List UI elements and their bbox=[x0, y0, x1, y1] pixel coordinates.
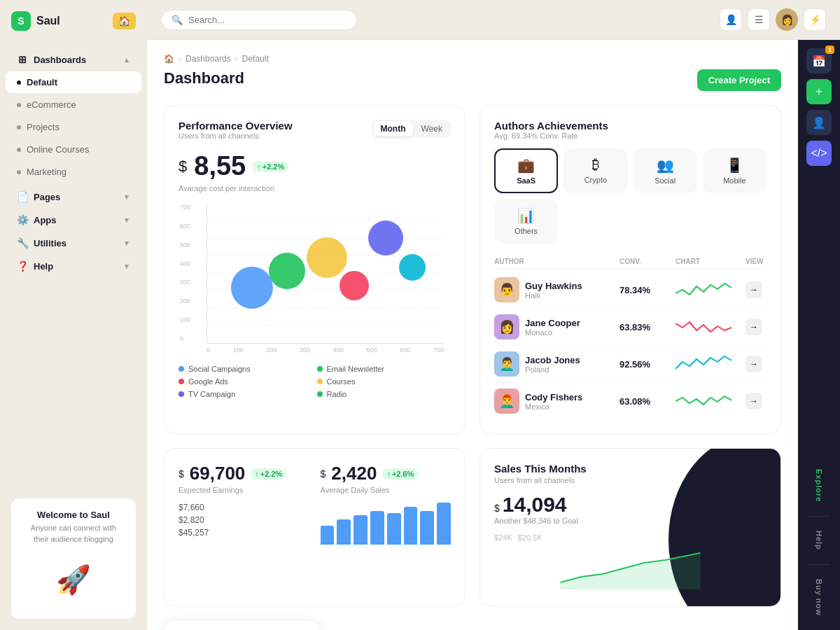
authors-header: Authors Achievements Avg. 69.34% Conv. R… bbox=[494, 120, 766, 140]
crypto-icon: ₿ bbox=[570, 157, 620, 173]
legend-dot bbox=[317, 379, 323, 384]
mini-chart-3 bbox=[676, 354, 732, 374]
sales-chart bbox=[494, 547, 766, 589]
legend-dot bbox=[178, 366, 184, 372]
astronaut-illustration: 🚀 bbox=[22, 552, 125, 608]
author-row: 👨 Guy Hawkins Haiti 78.34% → bbox=[494, 272, 766, 309]
chart-area bbox=[206, 204, 444, 344]
cat-tab-social[interactable]: 👥 Social bbox=[634, 148, 697, 193]
sidebar-item-default[interactable]: Default bbox=[6, 71, 141, 93]
category-tabs-row2: 📊 Others bbox=[494, 199, 766, 244]
saas-icon: 💼 bbox=[501, 157, 551, 174]
legend-dot bbox=[178, 391, 184, 397]
bar bbox=[337, 519, 351, 545]
sidebar-item-pages[interactable]: 📄 Pages ▼ bbox=[6, 186, 141, 208]
nav-dot bbox=[17, 103, 21, 107]
topbar-settings-button[interactable]: ⚡ bbox=[804, 8, 826, 31]
topbar-notification-button[interactable]: ☰ bbox=[748, 8, 770, 31]
currency-symbol: $ bbox=[178, 158, 187, 176]
bubble-chart: 700 600 500 400 300 200 100 0 bbox=[206, 204, 444, 356]
author-row: 👨‍🦰 Cody Fishers Mexico 63.08% → bbox=[494, 383, 766, 419]
code-panel-icon[interactable]: </> bbox=[806, 141, 832, 166]
sales-value: 14,094 bbox=[503, 493, 567, 517]
bubble-radio bbox=[399, 254, 426, 281]
view-button-1[interactable]: → bbox=[746, 281, 762, 298]
breadcrumb-home-icon: 🏠 bbox=[164, 54, 174, 64]
search-icon: 🔍 bbox=[172, 15, 183, 25]
performance-card: Performance Overview Users from all chan… bbox=[164, 105, 465, 434]
sidebar-item-utilities[interactable]: 🔧 Utilities ▼ bbox=[6, 232, 141, 254]
chart-legend: Social Campaigns Email Newsletter Google… bbox=[178, 365, 451, 398]
bar bbox=[354, 515, 368, 545]
user-panel-icon[interactable]: 👤 bbox=[806, 110, 832, 135]
nav-dot bbox=[17, 125, 21, 130]
sidebar-item-ecommerce[interactable]: eCommerce bbox=[6, 94, 141, 115]
bar bbox=[404, 507, 418, 545]
chevron-down-icon: ▼ bbox=[123, 216, 130, 224]
cat-tab-saas[interactable]: 💼 SaaS bbox=[494, 148, 558, 193]
author-row: 👩 Jane Cooper Monaco 63.83% → bbox=[494, 309, 766, 346]
topbar-calendar-button[interactable]: 👤 bbox=[720, 8, 742, 31]
right-panel: 📅 1 + 👤 </> Explore Help Buy now bbox=[798, 40, 840, 630]
performance-card-header: Performance Overview Users from all chan… bbox=[178, 120, 451, 148]
sidebar-item-apps[interactable]: ⚙️ Apps ▼ bbox=[6, 209, 141, 231]
explore-section[interactable]: Explore bbox=[812, 463, 826, 507]
tab-month[interactable]: Month bbox=[374, 121, 413, 136]
search-input[interactable] bbox=[188, 15, 346, 25]
legend-email: Email Newsletter bbox=[317, 365, 451, 373]
cat-tab-mobile[interactable]: 📱 Mobile bbox=[703, 148, 766, 193]
bubble-email bbox=[269, 253, 305, 289]
sidebar-footer: Welcome to Saul Anyone can connect with … bbox=[0, 487, 147, 630]
view-button-3[interactable]: → bbox=[746, 356, 762, 372]
sidebar-header: S Saul 🏠 bbox=[0, 0, 147, 42]
sidebar-item-dashboards[interactable]: ⊞ Dashboards ▲ bbox=[6, 48, 141, 71]
sidebar-nav: ⊞ Dashboards ▲ Default eCommerce Project… bbox=[0, 42, 147, 487]
bubble-tv bbox=[368, 220, 403, 255]
avatar: 👨 bbox=[494, 277, 519, 302]
add-panel-icon[interactable]: + bbox=[806, 79, 832, 104]
expected-earnings: $ 69,700 +2.2% Expected Earnings $7,660 … bbox=[178, 463, 309, 545]
performance-subtitle: Users from all channels bbox=[178, 132, 293, 140]
avatar: 👨‍🦰 bbox=[494, 388, 519, 414]
calendar-panel-icon[interactable]: 📅 1 bbox=[806, 48, 832, 74]
nav-dot bbox=[17, 170, 21, 174]
table-header: AUTHOR CONV. CHART VIEW bbox=[494, 255, 766, 269]
mobile-icon: 📱 bbox=[710, 157, 760, 174]
daily-sales-badge: +2.6% bbox=[382, 468, 418, 479]
help-section[interactable]: Help bbox=[812, 525, 826, 556]
tab-week[interactable]: Week bbox=[414, 121, 449, 136]
page-header: Dashboard Create Project bbox=[164, 69, 781, 91]
mini-chart-1 bbox=[676, 279, 732, 300]
sidebar-item-online-courses[interactable]: Online Courses bbox=[6, 139, 141, 160]
chevron-down-icon: ▼ bbox=[123, 262, 130, 270]
view-button-4[interactable]: → bbox=[746, 393, 762, 410]
sidebar-item-help[interactable]: ❓ Help ▼ bbox=[6, 255, 141, 277]
sidebar-item-marketing[interactable]: Marketing bbox=[6, 161, 141, 183]
cat-tab-crypto[interactable]: ₿ Crypto bbox=[564, 148, 627, 193]
social-icon: 👥 bbox=[640, 157, 690, 174]
cat-tab-others[interactable]: 📊 Others bbox=[494, 199, 558, 244]
apps-icon: ⚙️ bbox=[17, 214, 28, 225]
bubble-google bbox=[340, 271, 369, 300]
create-project-button[interactable]: Create Project bbox=[697, 69, 781, 91]
bar-chart bbox=[321, 503, 451, 545]
legend-social: Social Campaigns bbox=[178, 365, 313, 373]
panel-divider bbox=[808, 564, 830, 565]
author-info: 👨‍🦰 Cody Fishers Mexico bbox=[494, 388, 620, 414]
sidebar-item-projects[interactable]: Projects bbox=[6, 116, 141, 138]
legend-dot bbox=[317, 366, 323, 372]
earnings-label: Expected Earnings bbox=[178, 486, 309, 494]
sidebar: S Saul 🏠 ⊞ Dashboards ▲ Default eCommerc… bbox=[0, 0, 147, 630]
earnings-badge: +2.2% bbox=[251, 468, 286, 479]
buynow-section[interactable]: Buy now bbox=[812, 573, 826, 622]
avatar: 👨‍🦱 bbox=[494, 351, 519, 377]
nav-dot bbox=[17, 148, 21, 152]
welcome-title: Welcome to Saul bbox=[22, 510, 125, 520]
performance-badge: +2.2% bbox=[253, 161, 288, 172]
bar bbox=[370, 511, 384, 545]
view-button-2[interactable]: → bbox=[746, 318, 762, 335]
user-avatar[interactable]: 👩 bbox=[776, 8, 798, 31]
search-box[interactable]: 🔍 bbox=[161, 10, 357, 30]
earnings-card: $ 69,700 +2.2% Expected Earnings $7,660 … bbox=[164, 448, 465, 607]
back-button[interactable]: 🏠 bbox=[113, 13, 136, 29]
